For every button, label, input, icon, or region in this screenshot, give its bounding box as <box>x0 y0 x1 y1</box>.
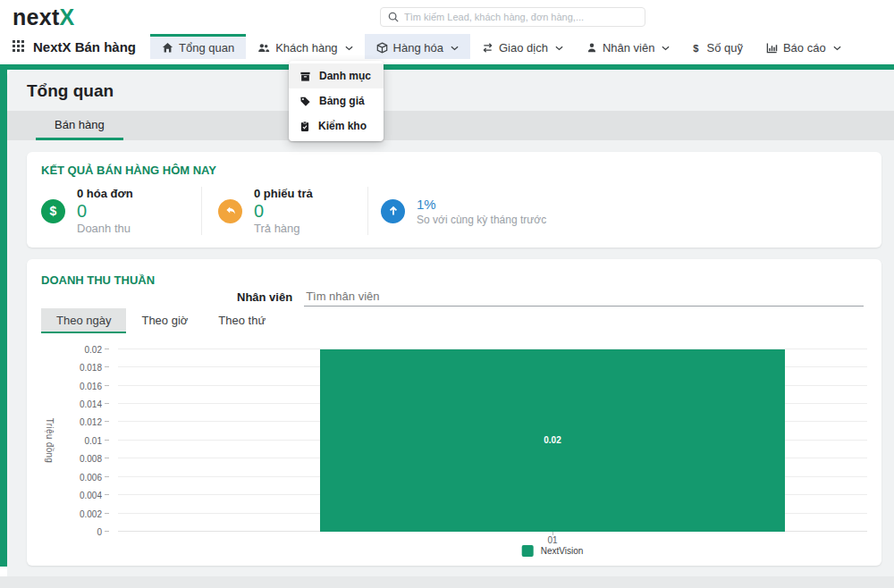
y-tick-mark <box>105 349 109 349</box>
y-tick-mark <box>105 385 109 386</box>
app-switcher[interactable]: NextX Bán hàng <box>13 34 136 59</box>
staff-search-input[interactable] <box>304 290 864 307</box>
menu-item-danh-muc[interactable]: Danh mục <box>289 63 384 88</box>
today-results-card: KẾT QUẢ BÁN HÀNG HÔM NAY $ 0 hóa đơn 0 D… <box>27 152 881 248</box>
y-tick-mark <box>105 458 109 458</box>
global-search[interactable] <box>380 7 645 27</box>
nav-item-khach-hang[interactable]: Khách hàng <box>246 34 364 59</box>
menu-item-label: Danh mục <box>319 70 371 82</box>
tab-ban-hang[interactable]: Bán hàng <box>36 111 123 140</box>
y-tick-label: 0.012 <box>80 417 102 427</box>
y-tick-label: 0.018 <box>80 363 102 373</box>
clipboard-icon <box>299 121 310 132</box>
swap-arrows-icon <box>482 42 493 54</box>
net-revenue-card: DOANH THU THUẦN Nhân viên Theo ngày Theo… <box>27 259 881 566</box>
metric-headline: 0 phiếu trả <box>254 187 313 200</box>
menu-item-bang-gia[interactable]: Bảng giá <box>289 88 384 113</box>
nav-item-tong-quan[interactable]: Tổng quan <box>150 34 246 59</box>
revenue-chart: Triệu đồng 00.0020.0040.0060.0080.010.01… <box>41 349 867 532</box>
hang-hoa-dropdown-menu: Danh mục Bảng giá Kiểm kho <box>289 61 384 141</box>
bottom-strip <box>0 576 894 588</box>
chevron-down-icon <box>662 46 670 51</box>
metric-headline: 0 hóa đơn <box>77 187 133 200</box>
cube-icon <box>376 42 388 54</box>
package-icon <box>299 71 311 82</box>
today-results-title: KẾT QUẢ BÁN HÀNG HÔM NAY <box>41 164 867 177</box>
metric-revenue: $ 0 hóa đơn 0 Doanh thu <box>41 187 202 235</box>
y-tick-mark <box>105 403 109 404</box>
chart-period-tabs: Theo ngày Theo giờ Theo thứ <box>41 308 867 333</box>
nav-item-bao-cao[interactable]: Báo cáo <box>755 34 853 59</box>
chevron-down-icon <box>345 46 353 51</box>
metrics-row: $ 0 hóa đơn 0 Doanh thu 0 phiếu trả 0 Tr… <box>41 187 867 235</box>
y-tick-label: 0.004 <box>80 491 102 500</box>
y-tick-mark <box>105 440 109 441</box>
metric-comparison: 1% So với cùng kỳ tháng trước <box>368 187 867 235</box>
staff-filter-label: Nhân viên <box>237 290 292 307</box>
page-tabbar: Bán hàng <box>7 111 894 140</box>
metric-caption: Trả hàng <box>254 222 313 235</box>
bar-chart-icon <box>766 42 778 54</box>
nav-item-hang-hoa[interactable]: Hàng hóa <box>365 34 470 59</box>
x-tick-label: 01 <box>547 535 557 545</box>
y-tick-mark <box>105 366 109 367</box>
menu-item-label: Kiểm kho <box>318 120 367 132</box>
nav-item-so-quy[interactable]: $ Số quỹ <box>681 34 754 59</box>
top-header: nextX <box>0 0 894 34</box>
person-icon <box>586 42 597 54</box>
y-tick-label: 0 <box>97 526 102 536</box>
chart-legend: NextVision <box>522 545 584 557</box>
chevron-down-icon <box>833 46 841 51</box>
chart-y-ticks: 00.0020.0040.0060.0080.010.0120.0140.016… <box>41 349 113 532</box>
legend-swatch <box>522 545 534 557</box>
y-tick-label: 0.002 <box>80 508 102 518</box>
menu-item-label: Bảng giá <box>319 95 365 107</box>
tag-icon <box>299 96 311 107</box>
legend-label: NextVision <box>541 546 584 556</box>
y-tick-label: 0.01 <box>85 435 102 445</box>
chart-legend-row: NextVision <box>118 545 867 559</box>
nav-item-label: Số quỹ <box>706 41 742 55</box>
y-tick-label: 0.008 <box>80 454 102 464</box>
chevron-down-icon <box>451 46 459 51</box>
nav-item-label: Hàng hóa <box>393 41 443 55</box>
nav-item-label: Giao dịch <box>499 41 548 55</box>
search-input[interactable] <box>404 12 637 22</box>
svg-text:$: $ <box>694 43 700 54</box>
bar-value-label: 0.02 <box>544 435 561 445</box>
metric-value: 0 <box>77 201 133 222</box>
chart-x-axis: 01 <box>118 532 867 545</box>
nav-item-label: Nhân viên <box>603 41 655 55</box>
metric-caption: So với cùng kỳ tháng trước <box>417 214 546 226</box>
chevron-down-icon <box>555 46 563 51</box>
nav-item-nhan-vien[interactable]: Nhân viên <box>575 34 682 59</box>
y-tick-mark <box>105 421 109 422</box>
dollar-circle-icon: $ <box>41 199 65 223</box>
logo: nextX <box>13 4 75 30</box>
staff-filter: Nhân viên <box>237 290 864 307</box>
logo-text: next <box>13 4 60 29</box>
y-tick-mark <box>105 531 109 532</box>
metric-value: 0 <box>254 201 313 222</box>
search-icon <box>388 12 399 22</box>
green-frame-left <box>0 70 7 567</box>
nav-item-giao-dich[interactable]: Giao dịch <box>470 34 575 59</box>
home-icon <box>162 42 173 54</box>
tab-theo-thu[interactable]: Theo thứ <box>203 308 281 333</box>
chart-plot: 0.02 <box>118 349 867 532</box>
tab-theo-ngay[interactable]: Theo ngày <box>41 308 126 333</box>
y-tick-label: 0.016 <box>80 381 102 391</box>
y-tick-mark <box>105 476 109 477</box>
up-arrow-circle-icon <box>381 199 405 223</box>
tab-theo-gio[interactable]: Theo giờ <box>126 308 203 333</box>
menu-item-kiem-kho[interactable]: Kiểm kho <box>289 113 384 139</box>
metric-percent: 1% <box>417 197 546 212</box>
nav-item-label: Tổng quan <box>179 41 234 55</box>
nav-item-label: Báo cáo <box>783 41 826 55</box>
metric-returns: 0 phiếu trả 0 Trả hàng <box>202 187 368 235</box>
y-tick-mark <box>105 513 109 514</box>
page-content: Tổng quan Bán hàng KẾT QUẢ BÁN HÀNG HÔM … <box>7 70 894 576</box>
main-nav: NextX Bán hàng Tổng quan Khách hàng Hàng… <box>0 34 894 59</box>
y-tick-label: 0.02 <box>85 344 102 354</box>
chart-bar[interactable]: 0.02 <box>320 349 785 532</box>
